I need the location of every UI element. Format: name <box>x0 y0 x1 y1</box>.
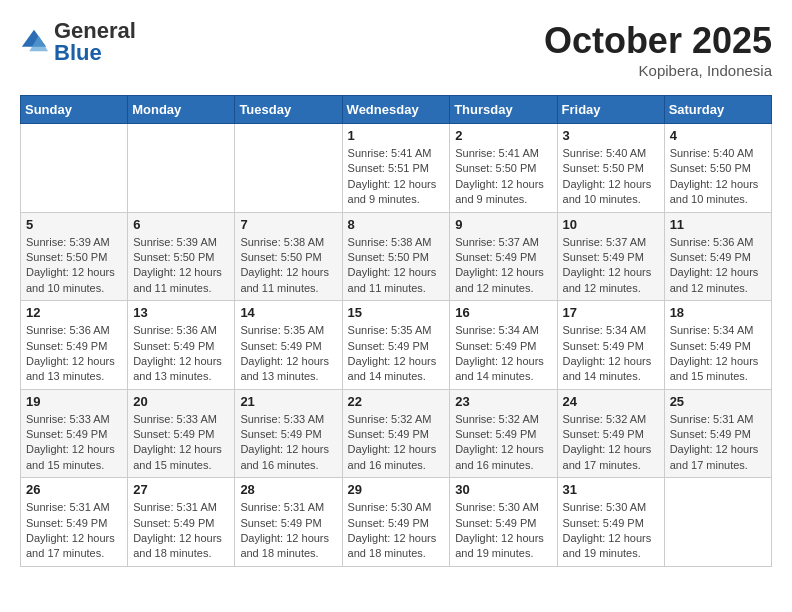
calendar-week-row: 5Sunrise: 5:39 AM Sunset: 5:50 PM Daylig… <box>21 212 772 301</box>
day-number: 28 <box>240 482 336 497</box>
day-info: Sunrise: 5:31 AM Sunset: 5:49 PM Dayligh… <box>670 412 766 474</box>
day-number: 23 <box>455 394 551 409</box>
day-info: Sunrise: 5:31 AM Sunset: 5:49 PM Dayligh… <box>240 500 336 562</box>
day-number: 18 <box>670 305 766 320</box>
day-info: Sunrise: 5:39 AM Sunset: 5:50 PM Dayligh… <box>26 235 122 297</box>
day-info: Sunrise: 5:32 AM Sunset: 5:49 PM Dayligh… <box>455 412 551 474</box>
calendar-day-cell: 14Sunrise: 5:35 AM Sunset: 5:49 PM Dayli… <box>235 301 342 390</box>
day-number: 12 <box>26 305 122 320</box>
weekday-header: Sunday <box>21 96 128 124</box>
calendar-header-row: SundayMondayTuesdayWednesdayThursdayFrid… <box>21 96 772 124</box>
calendar-day-cell: 25Sunrise: 5:31 AM Sunset: 5:49 PM Dayli… <box>664 389 771 478</box>
day-info: Sunrise: 5:37 AM Sunset: 5:49 PM Dayligh… <box>563 235 659 297</box>
day-number: 17 <box>563 305 659 320</box>
day-number: 22 <box>348 394 445 409</box>
day-info: Sunrise: 5:36 AM Sunset: 5:49 PM Dayligh… <box>133 323 229 385</box>
day-info: Sunrise: 5:41 AM Sunset: 5:51 PM Dayligh… <box>348 146 445 208</box>
logo-icon <box>20 28 48 56</box>
day-number: 10 <box>563 217 659 232</box>
day-number: 6 <box>133 217 229 232</box>
day-number: 8 <box>348 217 445 232</box>
day-info: Sunrise: 5:34 AM Sunset: 5:49 PM Dayligh… <box>563 323 659 385</box>
calendar-day-cell: 13Sunrise: 5:36 AM Sunset: 5:49 PM Dayli… <box>128 301 235 390</box>
calendar-day-cell: 2Sunrise: 5:41 AM Sunset: 5:50 PM Daylig… <box>450 124 557 213</box>
calendar-day-cell <box>21 124 128 213</box>
day-info: Sunrise: 5:32 AM Sunset: 5:49 PM Dayligh… <box>348 412 445 474</box>
day-number: 5 <box>26 217 122 232</box>
calendar-day-cell: 6Sunrise: 5:39 AM Sunset: 5:50 PM Daylig… <box>128 212 235 301</box>
calendar-day-cell: 4Sunrise: 5:40 AM Sunset: 5:50 PM Daylig… <box>664 124 771 213</box>
calendar-day-cell: 23Sunrise: 5:32 AM Sunset: 5:49 PM Dayli… <box>450 389 557 478</box>
day-number: 27 <box>133 482 229 497</box>
day-number: 13 <box>133 305 229 320</box>
weekday-header: Thursday <box>450 96 557 124</box>
day-number: 11 <box>670 217 766 232</box>
day-number: 15 <box>348 305 445 320</box>
day-number: 3 <box>563 128 659 143</box>
calendar-day-cell: 15Sunrise: 5:35 AM Sunset: 5:49 PM Dayli… <box>342 301 450 390</box>
day-info: Sunrise: 5:38 AM Sunset: 5:50 PM Dayligh… <box>348 235 445 297</box>
day-number: 16 <box>455 305 551 320</box>
day-number: 14 <box>240 305 336 320</box>
logo: General Blue <box>20 20 136 64</box>
calendar-day-cell: 24Sunrise: 5:32 AM Sunset: 5:49 PM Dayli… <box>557 389 664 478</box>
calendar-day-cell: 3Sunrise: 5:40 AM Sunset: 5:50 PM Daylig… <box>557 124 664 213</box>
calendar-day-cell: 12Sunrise: 5:36 AM Sunset: 5:49 PM Dayli… <box>21 301 128 390</box>
calendar-day-cell: 5Sunrise: 5:39 AM Sunset: 5:50 PM Daylig… <box>21 212 128 301</box>
day-number: 21 <box>240 394 336 409</box>
calendar-table: SundayMondayTuesdayWednesdayThursdayFrid… <box>20 95 772 567</box>
calendar-day-cell: 21Sunrise: 5:33 AM Sunset: 5:49 PM Dayli… <box>235 389 342 478</box>
day-number: 1 <box>348 128 445 143</box>
calendar-week-row: 12Sunrise: 5:36 AM Sunset: 5:49 PM Dayli… <box>21 301 772 390</box>
weekday-header: Friday <box>557 96 664 124</box>
day-number: 19 <box>26 394 122 409</box>
calendar-day-cell: 10Sunrise: 5:37 AM Sunset: 5:49 PM Dayli… <box>557 212 664 301</box>
calendar-day-cell <box>128 124 235 213</box>
day-number: 29 <box>348 482 445 497</box>
day-number: 26 <box>26 482 122 497</box>
day-number: 30 <box>455 482 551 497</box>
day-info: Sunrise: 5:38 AM Sunset: 5:50 PM Dayligh… <box>240 235 336 297</box>
weekday-header: Tuesday <box>235 96 342 124</box>
day-info: Sunrise: 5:33 AM Sunset: 5:49 PM Dayligh… <box>240 412 336 474</box>
calendar-week-row: 26Sunrise: 5:31 AM Sunset: 5:49 PM Dayli… <box>21 478 772 567</box>
day-info: Sunrise: 5:35 AM Sunset: 5:49 PM Dayligh… <box>348 323 445 385</box>
day-info: Sunrise: 5:34 AM Sunset: 5:49 PM Dayligh… <box>670 323 766 385</box>
calendar-day-cell: 9Sunrise: 5:37 AM Sunset: 5:49 PM Daylig… <box>450 212 557 301</box>
calendar-day-cell: 7Sunrise: 5:38 AM Sunset: 5:50 PM Daylig… <box>235 212 342 301</box>
calendar-week-row: 19Sunrise: 5:33 AM Sunset: 5:49 PM Dayli… <box>21 389 772 478</box>
day-info: Sunrise: 5:40 AM Sunset: 5:50 PM Dayligh… <box>670 146 766 208</box>
day-info: Sunrise: 5:31 AM Sunset: 5:49 PM Dayligh… <box>26 500 122 562</box>
day-info: Sunrise: 5:32 AM Sunset: 5:49 PM Dayligh… <box>563 412 659 474</box>
day-info: Sunrise: 5:30 AM Sunset: 5:49 PM Dayligh… <box>348 500 445 562</box>
calendar-day-cell: 27Sunrise: 5:31 AM Sunset: 5:49 PM Dayli… <box>128 478 235 567</box>
day-info: Sunrise: 5:30 AM Sunset: 5:49 PM Dayligh… <box>563 500 659 562</box>
logo-blue-text: Blue <box>54 40 102 65</box>
calendar-day-cell: 31Sunrise: 5:30 AM Sunset: 5:49 PM Dayli… <box>557 478 664 567</box>
day-info: Sunrise: 5:35 AM Sunset: 5:49 PM Dayligh… <box>240 323 336 385</box>
month-title: October 2025 <box>544 20 772 62</box>
day-number: 7 <box>240 217 336 232</box>
calendar-day-cell: 17Sunrise: 5:34 AM Sunset: 5:49 PM Dayli… <box>557 301 664 390</box>
day-info: Sunrise: 5:36 AM Sunset: 5:49 PM Dayligh… <box>670 235 766 297</box>
day-number: 9 <box>455 217 551 232</box>
day-info: Sunrise: 5:41 AM Sunset: 5:50 PM Dayligh… <box>455 146 551 208</box>
calendar-day-cell <box>664 478 771 567</box>
day-info: Sunrise: 5:36 AM Sunset: 5:49 PM Dayligh… <box>26 323 122 385</box>
day-number: 25 <box>670 394 766 409</box>
day-number: 31 <box>563 482 659 497</box>
day-info: Sunrise: 5:30 AM Sunset: 5:49 PM Dayligh… <box>455 500 551 562</box>
day-info: Sunrise: 5:37 AM Sunset: 5:49 PM Dayligh… <box>455 235 551 297</box>
location-text: Kopibera, Indonesia <box>544 62 772 79</box>
page-header: General Blue October 2025 Kopibera, Indo… <box>20 20 772 79</box>
weekday-header: Saturday <box>664 96 771 124</box>
day-info: Sunrise: 5:40 AM Sunset: 5:50 PM Dayligh… <box>563 146 659 208</box>
day-info: Sunrise: 5:31 AM Sunset: 5:49 PM Dayligh… <box>133 500 229 562</box>
calendar-day-cell: 19Sunrise: 5:33 AM Sunset: 5:49 PM Dayli… <box>21 389 128 478</box>
calendar-day-cell: 22Sunrise: 5:32 AM Sunset: 5:49 PM Dayli… <box>342 389 450 478</box>
calendar-day-cell: 26Sunrise: 5:31 AM Sunset: 5:49 PM Dayli… <box>21 478 128 567</box>
calendar-day-cell: 11Sunrise: 5:36 AM Sunset: 5:49 PM Dayli… <box>664 212 771 301</box>
day-number: 24 <box>563 394 659 409</box>
calendar-day-cell <box>235 124 342 213</box>
day-number: 2 <box>455 128 551 143</box>
